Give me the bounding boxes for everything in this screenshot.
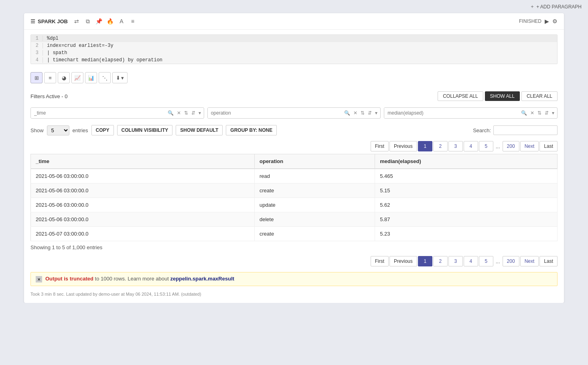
show-default-button[interactable]: SHOW DEFAULT <box>176 125 223 135</box>
page-3-btn-bottom[interactable]: 3 <box>448 256 463 266</box>
page-2-btn-bottom[interactable]: 2 <box>433 256 448 266</box>
time-close-icon[interactable]: ✕ <box>176 109 182 117</box>
median-filter-icon[interactable]: ▾ <box>551 109 556 117</box>
operation-filter-icon[interactable]: ▾ <box>374 109 379 117</box>
filters-row: Filters Active - 0 COLLAPSE ALL SHOW ALL… <box>24 88 564 104</box>
line-content: index=crud earliest=-3y <box>47 43 557 48</box>
viz-download-btn[interactable]: ⬇ ▾ <box>112 72 128 83</box>
time-sort-asc-icon[interactable]: ⇅ <box>183 109 189 117</box>
move-icon[interactable]: ⇄ <box>73 17 81 25</box>
line-number: 3 <box>31 50 43 56</box>
col-filter-operation-input[interactable] <box>208 108 342 118</box>
show-all-button[interactable]: SHOW ALL <box>485 91 520 101</box>
column-visibility-button[interactable]: COLUMN VISIBILITY <box>117 125 173 135</box>
truncated-link[interactable]: zeppelin.spark.maxResult <box>170 276 234 282</box>
col-filter-time-input[interactable] <box>31 108 165 118</box>
table-row: 2021-05-06 03:00:00.0delete5.87 <box>31 212 558 227</box>
viz-bar-btn[interactable]: 📊 <box>85 72 97 83</box>
spark-job-icon: ☰ <box>30 18 35 24</box>
copy-button[interactable]: COPY <box>91 125 114 135</box>
viz-scatter-btn[interactable]: ⋱ <box>99 72 111 83</box>
median-search-icon[interactable]: 🔍 <box>520 109 528 117</box>
list-icon[interactable]: ≡ <box>129 17 137 25</box>
page-2-btn-top[interactable]: 2 <box>433 141 448 151</box>
line-content: | timechart median(elapsed) by operation <box>47 57 557 63</box>
next-page-btn-bottom[interactable]: Next <box>520 256 539 266</box>
col-filter-median-icons: 🔍 ✕ ⇅ ⇵ ▾ <box>518 109 557 117</box>
collapse-all-button[interactable]: COLLAPSE ALL <box>438 91 483 101</box>
viz-pie-btn[interactable]: ◕ <box>58 72 70 83</box>
search-input[interactable] <box>493 125 558 135</box>
cell-title: ☰ SPARK JOB <box>30 18 68 24</box>
table-controls: Show 5 10 25 50 100 entries COPY COLUMN … <box>24 122 564 139</box>
last-page-btn-top[interactable]: Last <box>539 141 558 151</box>
cell-header: ☰ SPARK JOB ⇄ ⧉ 📌 🔥 A ≡ FINISHED ▶ ⚙ <box>24 13 564 30</box>
run-button[interactable]: ▶ <box>545 18 549 24</box>
table-header-cell: _time <box>31 154 255 169</box>
page-4-btn-bottom[interactable]: 4 <box>464 256 478 266</box>
code-line: 4| timechart median(elapsed) by operatio… <box>31 56 557 64</box>
table-cell: 5.15 <box>375 184 558 198</box>
next-page-btn-top[interactable]: Next <box>520 141 539 151</box>
table-cell: 5.87 <box>375 212 558 227</box>
pagination-top: First Previous 1 2 3 4 5 ... 200 Next La… <box>24 139 564 154</box>
time-search-icon[interactable]: 🔍 <box>166 109 175 117</box>
page-1-btn-bottom[interactable]: 1 <box>418 256 432 266</box>
last-page-btn-bottom[interactable]: Last <box>539 256 558 266</box>
add-paragraph-label: + ADD PARAGRAPH <box>536 4 582 10</box>
cell-actions: FINISHED ▶ ⚙ <box>519 18 558 24</box>
clear-all-button[interactable]: CLEAR ALL <box>521 91 558 101</box>
add-paragraph-icon: ＋ <box>530 3 535 10</box>
truncated-text: Output is truncated to 1000 rows. Learn … <box>45 276 234 282</box>
line-number: 1 <box>31 36 43 41</box>
operation-sort-desc-icon[interactable]: ⇵ <box>367 109 373 117</box>
col-filter-median-input[interactable] <box>384 108 518 118</box>
page-5-btn-bottom[interactable]: 5 <box>479 256 493 266</box>
viz-line-btn[interactable]: 📈 <box>71 72 83 83</box>
previous-page-btn-top[interactable]: Previous <box>389 141 417 151</box>
page-3-btn-top[interactable]: 3 <box>448 141 463 151</box>
page-4-btn-top[interactable]: 4 <box>464 141 478 151</box>
page-200-btn-bottom[interactable]: 200 <box>503 256 519 266</box>
median-sort-desc-icon[interactable]: ⇵ <box>543 109 550 117</box>
cell-toolbar: ⇄ ⧉ 📌 🔥 A ≡ <box>73 17 137 25</box>
show-entries-select[interactable]: 5 10 25 50 100 <box>47 125 69 135</box>
font-icon[interactable]: A <box>118 17 126 25</box>
previous-page-btn-bottom[interactable]: Previous <box>389 256 417 266</box>
line-content: %dpl <box>47 36 557 41</box>
first-page-btn-bottom[interactable]: First <box>371 256 389 266</box>
col-filter-operation-icons: 🔍 ✕ ⇅ ⇵ ▾ <box>341 109 380 117</box>
table-row: 2021-05-06 03:00:00.0create5.15 <box>31 184 558 198</box>
settings-button[interactable]: ⚙ <box>552 18 558 24</box>
table-header-cell: operation <box>255 154 375 169</box>
truncated-close-button[interactable]: ✕ <box>36 276 42 282</box>
line-content: | spath <box>47 50 557 56</box>
operation-sort-asc-icon[interactable]: ⇅ <box>359 109 366 117</box>
page-5-btn-top[interactable]: 5 <box>479 141 493 151</box>
time-sort-desc-icon[interactable]: ⇵ <box>190 109 197 117</box>
filter-buttons: COLLAPSE ALL SHOW ALL CLEAR ALL <box>438 91 558 101</box>
flame-icon[interactable]: 🔥 <box>106 17 114 25</box>
viz-table-btn[interactable]: ⊞ <box>30 72 43 83</box>
data-table: _timeoperationmedian(elapsed) 2021-05-06… <box>30 154 558 241</box>
first-page-btn-top[interactable]: First <box>371 141 389 151</box>
operation-close-icon[interactable]: ✕ <box>352 109 359 117</box>
viz-list-btn[interactable]: ≡ <box>44 72 56 83</box>
col-filter-time-icons: 🔍 ✕ ⇅ ⇵ ▾ <box>165 109 204 117</box>
page-200-btn-top[interactable]: 200 <box>503 141 519 151</box>
code-line: 3| spath <box>31 49 557 56</box>
page-1-btn-top[interactable]: 1 <box>418 141 432 151</box>
copy-paragraph-icon[interactable]: ⧉ <box>84 17 92 25</box>
pin-icon[interactable]: 📌 <box>95 17 103 25</box>
group-by-button[interactable]: GROUP BY: NONE <box>226 125 277 135</box>
time-filter-icon[interactable]: ▾ <box>197 109 202 117</box>
table-cell: read <box>255 169 375 184</box>
add-paragraph-button[interactable]: ＋ + ADD PARAGRAPH <box>530 3 582 10</box>
operation-search-icon[interactable]: 🔍 <box>343 109 351 117</box>
median-close-icon[interactable]: ✕ <box>529 109 535 117</box>
median-sort-asc-icon[interactable]: ⇅ <box>536 109 543 117</box>
table-cell: 2021-05-07 03:00:00.0 <box>31 227 255 241</box>
pagination-bottom: First Previous 1 2 3 4 5 ... 200 Next La… <box>24 254 564 269</box>
download-icon: ⬇ <box>116 75 120 81</box>
showing-info: Showing 1 to 5 of 1,000 entries <box>24 241 564 254</box>
